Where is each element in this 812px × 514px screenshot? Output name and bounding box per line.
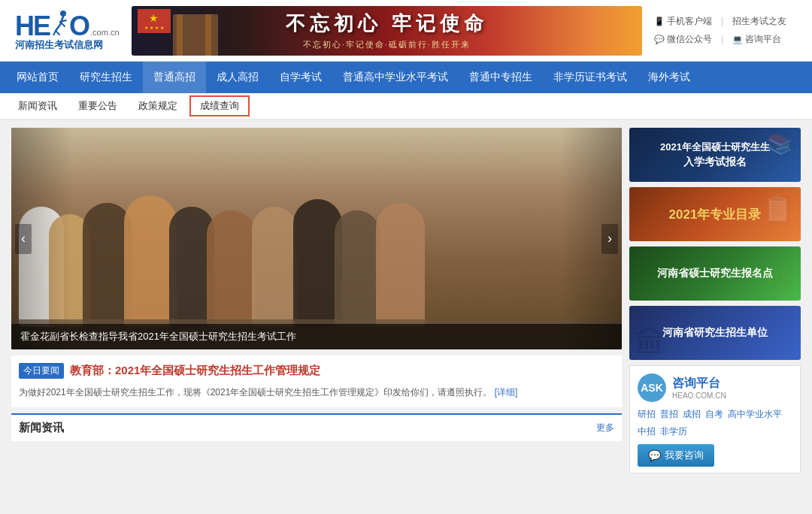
sub-nav: 新闻资讯 重要公告 政策规定 成绩查询 [0,93,812,120]
right-sidebar: 📚 2021年全国硕士研究生生 入学考试报名 📋 2021年专业目录 🌿 河南省… [629,128,801,473]
today-badge: 今日要闻 [19,363,64,379]
sidebar-banner4-text: 河南省研究生招生单位 [662,326,768,340]
logo-com-text: .com.cn [90,28,120,37]
header-links: 📱 手机客户端 | 招生考试之友 💬 微信公众号 | 💻 咨询平台 [654,15,797,46]
consult-link-highschool[interactable]: 高中学业水平 [728,408,782,421]
consult-subtitle: HEAO.COM.CN [672,392,726,400]
sidebar-banner-graduate-registration[interactable]: 📚 2021年全国硕士研究生生 入学考试报名 [629,128,801,182]
logo[interactable]: HE O .com.cn 河南招生考试信息网 [15,10,120,52]
consult-box: ASK 咨询平台 HEAO.COM.CN 研招 普招 成招 自考 高中学业水平 … [629,365,801,473]
nav-gaokao[interactable]: 普通高招 [143,62,206,93]
nav-highschool[interactable]: 普通高中学业水平考试 [332,62,459,93]
logo-runner-icon [50,10,71,35]
news-highlight: 今日要闻 教育部：2021年全国硕士研究生招生工作管理规定 为做好2021年全国… [11,355,622,407]
site-banner: ★ ★★★★ 不忘初心 牢记使命 不忘初心·牢记使命·砥砺前行·胜任开来 [132,6,642,56]
consult-link-feixueli[interactable]: 非学历 [660,425,687,438]
consult-link-puzao[interactable]: 普招 [660,408,678,421]
consult-button-icon: 💬 [648,449,661,461]
consult-link-zikao[interactable]: 自考 [705,408,723,421]
content-area: 霍金花副省长检查指导我省2021年全国硕士研究生招生考试工作 ‹ › 今日要闻 … [0,120,812,481]
wechat-link[interactable]: 💬 微信公众号 [654,33,712,46]
main-content: 霍金花副省长检查指导我省2021年全国硕士研究生招生考试工作 ‹ › 今日要闻 … [11,128,622,473]
consult-link-chengzao[interactable]: 成招 [683,408,701,421]
slide-prev-button[interactable]: ‹ [15,224,32,254]
detail-link[interactable]: [详细] [495,387,518,398]
slide-caption: 霍金花副省长检查指导我省2021年全国硕士研究生招生考试工作 [11,324,622,349]
sidebar-banner3-text: 河南省硕士研究生报名点 [657,267,773,280]
news-body-text: 为做好2021年全国硕士研究生招生工作，现将《2021年全国硕士研究生招生工作管… [19,385,614,407]
mobile-icon: 📱 [654,17,665,26]
news-list-header: 新闻资讯 更多 [11,413,622,441]
main-nav: 网站首页 研究生招生 普通高招 成人高招 自学考试 普通高中学业水平考试 普通中… [0,62,812,93]
news-headline-link[interactable]: 教育部：2021年全国硕士研究生招生工作管理规定 [70,364,320,378]
news-list-more-link[interactable]: 更多 [596,422,614,434]
sidebar-banner-registration-point[interactable]: 🌿 河南省硕士研究生报名点 [629,246,801,301]
ask-circle: ASK [638,373,666,402]
consult-button[interactable]: 💬 我要咨询 [638,444,714,467]
slide-next-button[interactable]: › [601,224,618,254]
logo-site-name: 河南招生考试信息网 [15,38,103,52]
nav-home[interactable]: 网站首页 [6,62,69,93]
banner-sub-text: 不忘初心·牢记使命·砥砺前行·胜任开来 [303,39,471,50]
nav-secondary[interactable]: 普通中专招生 [459,62,543,93]
nav-overseas[interactable]: 海外考试 [638,62,701,93]
subnav-policy[interactable]: 政策规定 [128,92,188,119]
wechat-icon: 💬 [654,35,665,44]
logo-ao-text: O [69,13,89,40]
nav-graduate[interactable]: 研究生招生 [69,62,143,93]
consult-links: 研招 普招 成招 自考 高中学业水平 中招 非学历 [638,408,792,438]
consult-title: 咨询平台 [672,376,726,392]
subnav-notice[interactable]: 重要公告 [68,92,128,119]
nav-cert[interactable]: 非学历证书考试 [543,62,638,93]
consult-link-zhongzao[interactable]: 中招 [638,425,656,438]
mobile-link[interactable]: 📱 手机客户端 [654,15,712,28]
platform-link[interactable]: 💻 咨询平台 [732,33,781,46]
nav-self[interactable]: 自学考试 [269,62,332,93]
subnav-score[interactable]: 成绩查询 [189,95,250,116]
sidebar-banner-major-catalog[interactable]: 📋 2021年专业目录 [629,187,801,241]
sidebar-banner1-text: 2021年全国硕士研究生生 入学考试报名 [660,140,770,171]
header: HE O .com.cn 河南招生考试信息网 ★ ★★★★ [0,0,812,62]
banner-main-text: 不忘初心 牢记使命 [286,11,488,37]
consult-link-yanzao[interactable]: 研招 [638,408,656,421]
sidebar-banner2-text: 2021年专业目录 [669,206,762,223]
slideshow: 霍金花副省长检查指导我省2021年全国硕士研究生招生考试工作 ‹ › [11,128,622,349]
news-list-title: 新闻资讯 [19,421,64,435]
platform-icon: 💻 [732,35,743,44]
logo-he-text: HE [15,13,50,40]
friend-link[interactable]: 招生考试之友 [732,15,786,28]
nav-adult[interactable]: 成人高招 [206,62,269,93]
sidebar-banner-institution[interactable]: 🏛 河南省研究生招生单位 [629,306,801,360]
subnav-news[interactable]: 新闻资讯 [8,92,68,119]
